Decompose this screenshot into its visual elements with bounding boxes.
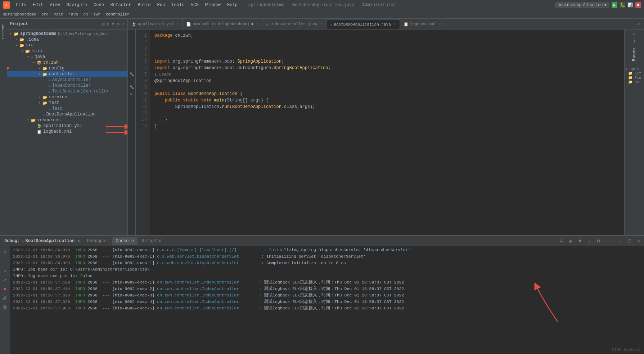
debug-toolbar-settings[interactable]: ⚙: [595, 237, 602, 245]
debug-toolbar-more[interactable]: ⋮: [604, 237, 612, 245]
panel-icon-expand[interactable]: ⇅: [107, 21, 110, 27]
menu-code[interactable]: Code: [91, 2, 107, 8]
menu-help[interactable]: Help: [224, 2, 240, 8]
log7-time: 2022-12-01 18:58:37.414: [13, 286, 75, 292]
breadcrumb-main[interactable]: main: [54, 12, 63, 17]
tab-appyml-close[interactable]: ×: [176, 22, 179, 26]
linenum-2: 2: [136, 39, 150, 45]
tree-bootdemo[interactable]: ☕ BootDemoApplication: [7, 112, 127, 117]
profile-btn[interactable]: 📊: [627, 2, 633, 8]
tree-cn-zwh[interactable]: ▾ 📦 cn.zwh: [7, 60, 127, 65]
debug-side-btn-stepinto[interactable]: ↘: [1, 266, 9, 274]
maven-sync-icon[interactable]: ↻: [633, 31, 636, 37]
tree-indexcontroller-icon: ☕: [48, 83, 51, 88]
tab-indexcontroller-close[interactable]: ×: [320, 22, 323, 26]
tree-indexcontroller[interactable]: ☕ IndexController: [7, 83, 127, 88]
debug-btn[interactable]: 🐛: [620, 2, 625, 8]
tree-service[interactable]: ▸ 📂 service: [7, 94, 127, 100]
debug-side-btn-stepout[interactable]: ↗: [1, 276, 9, 283]
tab-appyml[interactable]: 🍃 application.yml ×: [128, 19, 183, 29]
tabs-more-btn[interactable]: ≫: [634, 21, 644, 27]
menu-vcs[interactable]: VCS: [188, 2, 202, 8]
maven-node-spring[interactable]: ▾ sprin: [625, 67, 643, 71]
line-numbers: 1 2 3 4 5 6 7 8 9 10 11 12 13 14: [136, 30, 150, 235]
tab-indexcontroller[interactable]: ☕ IndexController.java ×: [262, 19, 326, 29]
tree-config[interactable]: ▸ 📂 config: [7, 65, 127, 71]
tab-bootdemoapp-close[interactable]: ×: [394, 22, 396, 26]
breadcrumb-cn[interactable]: cn: [83, 12, 88, 17]
tab-logbackxml[interactable]: 📋 logback.xml ×: [400, 19, 445, 29]
maven-node-lif[interactable]: 📁 Lif: [628, 71, 643, 76]
tab-bootdemoapp[interactable]: ☕ BootDemoApplication.java ×: [326, 19, 400, 29]
debug-tab-actuator[interactable]: Actuator: [138, 237, 166, 245]
debug-side-btn-trash[interactable]: 🗑: [1, 304, 9, 312]
debug-side-btn-rerun[interactable]: ↺: [1, 248, 9, 255]
tree-appyml[interactable]: 🍃 application.yml: [7, 123, 127, 129]
debug-toolbar-down[interactable]: ▼: [576, 237, 584, 245]
menu-file[interactable]: File: [13, 2, 29, 8]
tree-asynccontroller[interactable]: ☕ AsyncController: [7, 77, 127, 83]
breadcrumb-zwh[interactable]: zwh: [93, 12, 100, 17]
maven-download-icon[interactable]: ⬇: [633, 38, 636, 44]
tree-resources-arrow: ▾: [26, 118, 30, 122]
tree-logbackxml[interactable]: 📋 logback.xml: [7, 129, 127, 135]
tree-testclass[interactable]: ☕ Test: [7, 106, 127, 112]
tree-resources[interactable]: ▾ 📂 resources: [7, 117, 127, 123]
tree-main[interactable]: ▾ 📂 main: [7, 48, 127, 54]
menu-build[interactable]: Build: [135, 2, 153, 8]
log10-pid: 2968: [87, 305, 100, 312]
tree-testsentinelcontroller[interactable]: ☕ TestSentinelController: [7, 88, 127, 94]
menu-navigate[interactable]: Navigate: [63, 2, 90, 8]
menu-edit[interactable]: Edit: [30, 2, 46, 8]
menu-view[interactable]: View: [47, 2, 63, 8]
debug-toolbar-up[interactable]: ▲: [567, 237, 574, 245]
menu-run[interactable]: Run: [154, 2, 168, 8]
run-btn[interactable]: ▶: [612, 2, 617, 8]
breadcrumb-springbootdemo[interactable]: springbootdemo: [3, 12, 36, 17]
gutter-7[interactable]: 🔧: [128, 71, 135, 78]
project-tab-icon[interactable]: Project: [1, 24, 5, 39]
breadcrumb-java[interactable]: java: [68, 12, 78, 17]
log-area[interactable]: 2022-12-01 18:58:36.974 INFO 2968 --- [n…: [10, 246, 644, 354]
tab-logbackxml-close[interactable]: ×: [439, 22, 441, 26]
breadcrumb-src[interactable]: src: [41, 12, 49, 17]
stop-btn[interactable]: ■: [635, 2, 641, 8]
panel-icon-collapse[interactable]: ≡: [112, 21, 115, 27]
tree-java[interactable]: ▾ ☕ java: [7, 54, 127, 60]
menu-window[interactable]: Window: [202, 2, 224, 8]
panel-icon-settings[interactable]: ⚙: [117, 21, 120, 27]
log3-pid: 2968: [87, 260, 100, 266]
maven-node-de[interactable]: 📁 De: [628, 80, 643, 84]
code-content[interactable]: package cn.zwh; import org.springframewo…: [150, 30, 624, 235]
menu-tools[interactable]: Tools: [168, 2, 187, 8]
gutter-9[interactable]: 🔧: [128, 84, 135, 91]
maven-node-plu[interactable]: 📁 Plu: [628, 76, 643, 80]
run-config-btn[interactable]: BootDemoApplication ▼: [555, 2, 609, 8]
breadcrumb-controller[interactable]: controller: [106, 12, 130, 17]
debug-tab-debugger[interactable]: Debugger: [84, 237, 112, 245]
debug-session-close[interactable]: ×: [77, 239, 80, 243]
debug-toolbar-expand[interactable]: □: [626, 237, 633, 245]
debug-toolbar-scroll[interactable]: ↓: [586, 237, 593, 245]
debug-side-btn-stepover[interactable]: ↓: [1, 257, 9, 265]
debug-side-btn-print[interactable]: 🖨: [1, 294, 9, 302]
tree-test[interactable]: ▾ 📂 test: [7, 100, 127, 106]
debug-toolbar-filter[interactable]: ≡: [558, 237, 565, 245]
tree-controller[interactable]: ▾ 📂 controller: [7, 71, 127, 77]
tab-pomxml[interactable]: 📄 pom.xml (springbootdemo) ● ×: [183, 19, 262, 29]
debug-toolbar-x[interactable]: ×: [635, 237, 643, 245]
debug-side-btn-stop[interactable]: ■: [1, 285, 9, 293]
tree-logbackxml-label: logback.xml: [43, 129, 72, 134]
debug-toolbar-close[interactable]: —: [617, 237, 624, 245]
log2-pid: 2968: [87, 253, 100, 260]
panel-icon-close[interactable]: ×: [122, 21, 125, 27]
tab-pomxml-close[interactable]: ×: [256, 22, 258, 26]
log8-msg: : 测试logback ELK日志接入，时间：Thu Dec 01 18:58:…: [259, 292, 404, 299]
tree-idea[interactable]: ▸ 📂 .idea: [7, 37, 127, 42]
gutter-10[interactable]: ▶: [128, 91, 135, 97]
tree-src[interactable]: ▾ 📂 src: [7, 42, 127, 48]
menu-refactor[interactable]: Refactor: [108, 2, 134, 8]
debug-tab-console[interactable]: Console: [112, 237, 138, 245]
panel-icon-gear[interactable]: ⚙: [102, 21, 105, 27]
tree-root[interactable]: ▾ 📁 springbootdemo D:\IdeaFile\springboo: [7, 31, 127, 37]
